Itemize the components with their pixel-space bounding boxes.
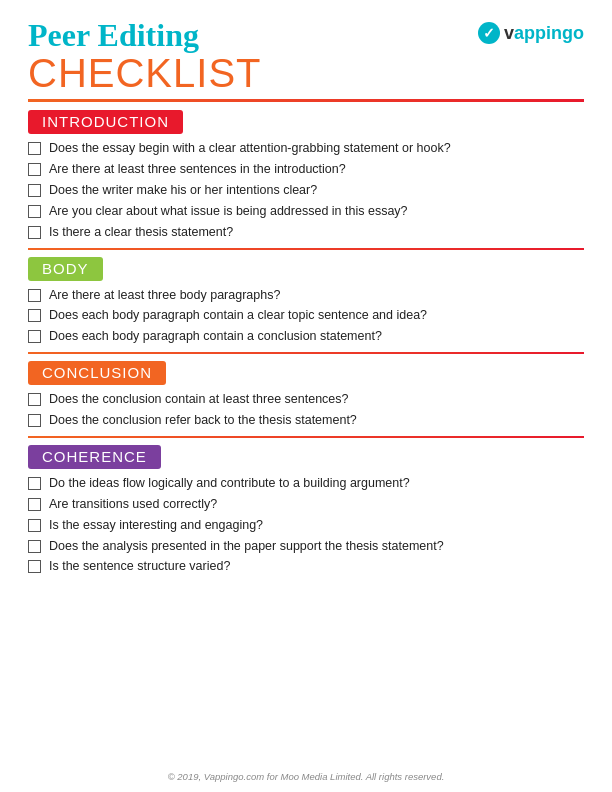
checklist-item: Is there a clear thesis statement? [28,224,584,241]
section-label-conclusion: CONCLUSION [42,364,152,381]
checklist-item: Are transitions used correctly? [28,496,584,513]
checklist-item: Does the essay begin with a clear attent… [28,140,584,157]
checkbox[interactable] [28,289,41,302]
checkbox[interactable] [28,142,41,155]
checklist-item: Does each body paragraph contain a concl… [28,328,584,345]
section-coherence: COHERENCEDo the ideas flow logically and… [28,445,584,575]
section-label-body: BODY [42,260,89,277]
checklist-item: Are there at least three sentences in th… [28,161,584,178]
section-header-coherence: COHERENCE [28,445,161,469]
logo-area: ✓ vappingo [478,22,584,44]
item-text: Are transitions used correctly? [49,496,217,513]
checkbox[interactable] [28,540,41,553]
checklist-item: Do the ideas flow logically and contribu… [28,475,584,492]
section-divider [28,248,584,250]
header: Peer Editing CHECKLIST ✓ vappingo [28,18,584,93]
section-conclusion: CONCLUSIONDoes the conclusion contain at… [28,361,584,429]
item-text: Is the essay interesting and engaging? [49,517,263,534]
checklist-item: Are you clear about what issue is being … [28,203,584,220]
vappingo-icon: ✓ [478,22,500,44]
top-divider [28,99,584,102]
item-text: Are you clear about what issue is being … [49,203,408,220]
checkbox[interactable] [28,184,41,197]
section-label-coherence: COHERENCE [42,448,147,465]
section-body: BODYAre there at least three body paragr… [28,257,584,346]
svg-text:✓: ✓ [483,25,495,41]
checkbox[interactable] [28,163,41,176]
item-text: Does each body paragraph contain a clear… [49,307,427,324]
checkbox[interactable] [28,226,41,239]
checklist-item: Does each body paragraph contain a clear… [28,307,584,324]
page: Peer Editing CHECKLIST ✓ vappingo INTROD… [0,0,612,792]
item-text: Does the essay begin with a clear attent… [49,140,451,157]
checklist-title: CHECKLIST [28,53,262,93]
title-block: Peer Editing CHECKLIST [28,18,262,93]
item-text: Does the conclusion refer back to the th… [49,412,357,429]
checklist-item: Are there at least three body paragraphs… [28,287,584,304]
section-introduction: INTRODUCTIONDoes the essay begin with a … [28,110,584,240]
item-text: Does the writer make his or her intentio… [49,182,317,199]
item-text: Is there a clear thesis statement? [49,224,233,241]
checkbox[interactable] [28,498,41,511]
peer-editing-title: Peer Editing [28,18,262,53]
item-text: Are there at least three body paragraphs… [49,287,280,304]
checkbox[interactable] [28,560,41,573]
section-header-body: BODY [28,257,103,281]
checklist-item: Is the essay interesting and engaging? [28,517,584,534]
checklist-item: Does the conclusion contain at least thr… [28,391,584,408]
section-divider [28,436,584,438]
section-header-conclusion: CONCLUSION [28,361,166,385]
item-text: Does each body paragraph contain a concl… [49,328,382,345]
sections-container: INTRODUCTIONDoes the essay begin with a … [28,110,584,575]
checkbox[interactable] [28,393,41,406]
item-text: Do the ideas flow logically and contribu… [49,475,410,492]
item-text: Does the analysis presented in the paper… [49,538,444,555]
checkbox[interactable] [28,519,41,532]
checklist-item: Does the conclusion refer back to the th… [28,412,584,429]
checkbox[interactable] [28,477,41,490]
checklist-item: Does the writer make his or her intentio… [28,182,584,199]
footer: © 2019, Vappingo.com for Moo Media Limit… [0,771,612,782]
checkbox[interactable] [28,414,41,427]
checkbox[interactable] [28,205,41,218]
checkbox[interactable] [28,330,41,343]
item-text: Is the sentence structure varied? [49,558,230,575]
logo-text: vappingo [504,23,584,44]
checkbox[interactable] [28,309,41,322]
checklist-item: Is the sentence structure varied? [28,558,584,575]
item-text: Does the conclusion contain at least thr… [49,391,349,408]
item-text: Are there at least three sentences in th… [49,161,346,178]
checklist-item: Does the analysis presented in the paper… [28,538,584,555]
section-label-introduction: INTRODUCTION [42,113,169,130]
logo-badge: ✓ vappingo [478,22,584,44]
section-divider [28,352,584,354]
section-header-introduction: INTRODUCTION [28,110,183,134]
